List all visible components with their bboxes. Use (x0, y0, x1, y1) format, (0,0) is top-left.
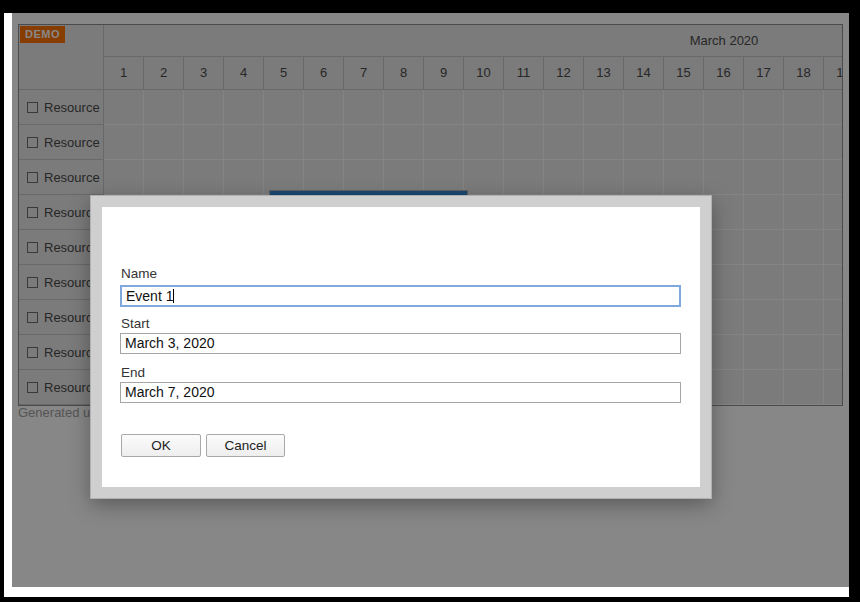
ok-button[interactable]: OK (121, 434, 201, 457)
event-edit-dialog: Name Event 1 Start March 3, 2020 End Mar… (91, 196, 711, 498)
end-input-value: March 7, 2020 (125, 384, 215, 400)
name-label: Name (121, 266, 157, 282)
dialog-buttons: OK Cancel (121, 434, 285, 457)
cancel-button[interactable]: Cancel (206, 434, 285, 457)
name-input[interactable]: Event 1 (120, 285, 681, 307)
end-input[interactable]: March 7, 2020 (120, 382, 681, 403)
end-label: End (121, 365, 145, 381)
name-input-value: Event 1 (126, 288, 173, 304)
start-input[interactable]: March 3, 2020 (120, 333, 681, 354)
start-label: Start (121, 316, 150, 332)
text-caret (173, 289, 174, 303)
start-input-value: March 3, 2020 (125, 335, 215, 351)
